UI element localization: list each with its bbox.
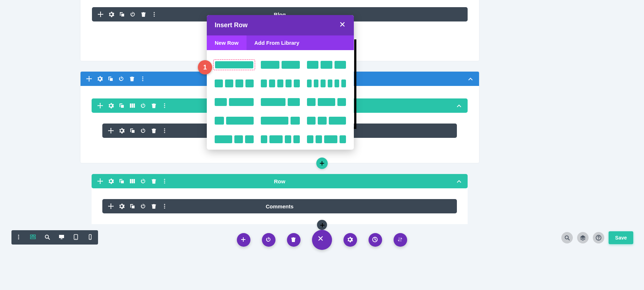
gear-icon[interactable] <box>119 203 125 209</box>
save-button[interactable]: Save <box>609 231 633 244</box>
layout-option[interactable] <box>306 134 347 145</box>
trash-icon[interactable] <box>129 76 135 82</box>
duplicate-icon[interactable] <box>119 11 125 17</box>
layout-option[interactable] <box>259 97 301 107</box>
history-button[interactable] <box>369 233 382 247</box>
more-icon[interactable] <box>151 11 157 17</box>
layout-option[interactable] <box>213 134 255 145</box>
tablet-icon[interactable] <box>72 233 80 241</box>
gear-icon[interactable] <box>108 103 114 108</box>
duplicate-icon[interactable] <box>130 128 135 134</box>
chevron-up-icon[interactable] <box>456 103 462 108</box>
add-button[interactable] <box>237 233 250 247</box>
more-icon[interactable] <box>15 233 23 241</box>
move-icon[interactable] <box>108 128 114 134</box>
layout-option[interactable] <box>306 97 347 107</box>
row-toolbar <box>97 103 167 108</box>
help-button[interactable] <box>593 232 604 243</box>
duplicate-icon[interactable] <box>119 103 125 108</box>
layout-option[interactable] <box>213 97 255 107</box>
phone-icon[interactable] <box>87 233 94 241</box>
desktop-icon[interactable] <box>58 233 66 241</box>
move-icon[interactable] <box>97 103 103 108</box>
power-icon[interactable] <box>140 128 146 134</box>
settings-button[interactable] <box>343 233 357 247</box>
layers-button[interactable] <box>577 232 589 243</box>
chevron-up-icon[interactable] <box>456 178 462 184</box>
layout-option[interactable] <box>306 115 347 126</box>
power-icon[interactable] <box>140 178 146 184</box>
trash-icon[interactable] <box>151 128 157 134</box>
layout-option[interactable] <box>259 78 301 89</box>
layout-option[interactable] <box>213 115 255 126</box>
gear-icon[interactable] <box>108 178 114 184</box>
layout-option[interactable] <box>259 134 301 145</box>
layout-option[interactable] <box>306 59 347 70</box>
trash-icon[interactable] <box>151 103 157 108</box>
row-bar[interactable]: Row <box>92 174 468 188</box>
trash-icon[interactable] <box>141 11 146 17</box>
modal-header: Insert Row <box>207 15 354 35</box>
sort-button[interactable] <box>394 233 407 247</box>
modal-title: Insert Row <box>215 21 248 29</box>
layout-option[interactable] <box>213 78 255 89</box>
more-icon[interactable] <box>162 103 167 108</box>
power-icon[interactable] <box>130 11 136 17</box>
layout-option[interactable] <box>259 59 301 70</box>
trash-icon[interactable] <box>151 178 157 184</box>
right-tools: Save <box>561 231 633 244</box>
add-row-button[interactable] <box>316 158 328 169</box>
trash-icon[interactable] <box>151 203 157 209</box>
duplicate-icon[interactable] <box>130 203 135 209</box>
section-toolbar <box>86 76 146 82</box>
close-icon[interactable] <box>340 21 346 29</box>
tab-new-row[interactable]: New Row <box>207 35 247 50</box>
row-block: Row Comments <box>92 174 468 224</box>
view-toolbar <box>11 230 98 245</box>
tab-add-from-library[interactable]: Add From Library <box>247 35 307 50</box>
layout-option[interactable] <box>306 78 347 89</box>
move-icon[interactable] <box>86 76 92 82</box>
more-icon[interactable] <box>162 203 167 209</box>
duplicate-icon[interactable] <box>108 76 113 82</box>
insert-row-modal: Insert Row New Row Add From Library <box>207 15 354 150</box>
more-icon[interactable] <box>162 128 167 134</box>
close-builder-button[interactable] <box>312 230 332 250</box>
step-badge: 1 <box>198 60 212 74</box>
layout-grid <box>207 50 354 150</box>
zoom-icon[interactable] <box>44 233 52 241</box>
power-icon[interactable] <box>140 203 146 209</box>
layout-option[interactable] <box>259 115 301 126</box>
gear-icon[interactable] <box>119 128 125 134</box>
wireframe-icon[interactable] <box>29 233 37 241</box>
module-toolbar <box>108 203 167 209</box>
move-icon[interactable] <box>108 203 114 209</box>
gear-icon[interactable] <box>97 76 103 82</box>
module-toolbar <box>98 11 157 17</box>
builder-action-bar <box>237 230 407 250</box>
power-icon[interactable] <box>140 103 146 108</box>
more-icon[interactable] <box>162 178 167 184</box>
trash-button[interactable] <box>287 233 301 247</box>
duplicate-icon[interactable] <box>119 178 125 184</box>
module-toolbar <box>108 128 167 134</box>
more-icon[interactable] <box>140 76 146 82</box>
move-icon[interactable] <box>97 178 103 184</box>
chevron-up-icon[interactable] <box>468 76 473 82</box>
layout-option[interactable] <box>213 59 255 70</box>
power-icon[interactable] <box>118 76 124 82</box>
columns-icon[interactable] <box>130 178 135 184</box>
modal-tabs: New Row Add From Library <box>207 35 354 50</box>
gear-icon[interactable] <box>108 11 114 17</box>
power-button[interactable] <box>262 233 275 247</box>
module-bar-comments[interactable]: Comments <box>102 199 457 213</box>
search-button[interactable] <box>561 232 573 243</box>
move-icon[interactable] <box>98 11 103 17</box>
add-module-button[interactable] <box>317 220 327 230</box>
row-toolbar <box>97 178 167 184</box>
columns-icon[interactable] <box>130 103 135 108</box>
